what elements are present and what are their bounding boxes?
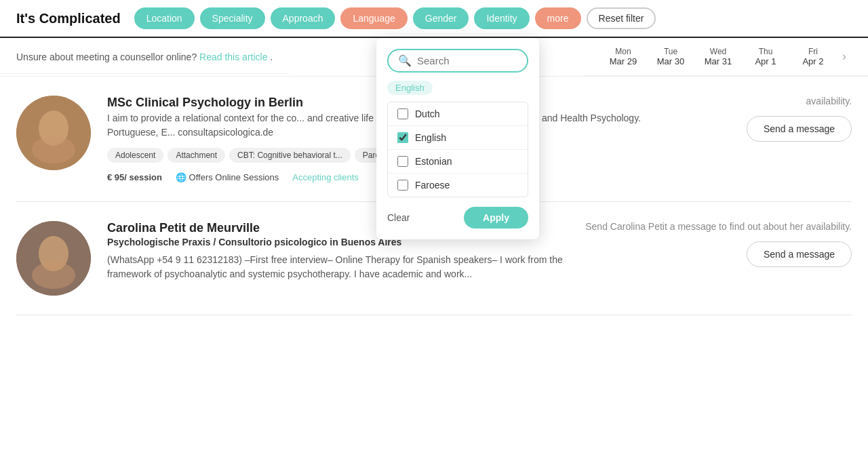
selected-tags: English (387, 81, 528, 95)
card-accepting-0: Accepting clients (292, 172, 359, 182)
tag[interactable]: Adolescent (107, 148, 163, 163)
selected-language-tag[interactable]: English (387, 81, 433, 95)
more-filter[interactable]: more (535, 7, 581, 29)
language-label-faroese: Faroese (415, 180, 450, 191)
language-list: DutchEnglishEstonianFaroese (387, 102, 528, 197)
avatar-1 (16, 221, 91, 296)
notice-suffix: . (270, 52, 273, 62)
filter-bar: LocationSpecialityApproachLanguageGender… (134, 7, 656, 29)
notice-text: Unsure about meeting a counsellor online… (16, 52, 197, 62)
identity-filter[interactable]: Identity (474, 7, 529, 29)
notice-bar: Unsure about meeting a counsellor online… (0, 41, 289, 74)
language-label-english: English (415, 132, 446, 143)
calendar-next-button[interactable]: › (837, 47, 852, 66)
calendar-day-mar-30[interactable]: TueMar 30 (647, 43, 694, 71)
search-icon: 🔍 (398, 54, 412, 67)
day-name: Thu (742, 47, 789, 56)
day-date: Mar 29 (599, 56, 647, 66)
day-date: Apr 2 (789, 56, 837, 66)
logo: It's Complicated (16, 11, 121, 26)
calendar-day-mar-31[interactable]: WedMar 31 (694, 43, 742, 71)
card-price-0: € 95/ session (107, 172, 162, 182)
reset-filter[interactable]: Reset filter (587, 7, 656, 29)
language-item-estonian[interactable]: Estonian (388, 150, 528, 174)
language-filter[interactable]: Language (340, 7, 407, 29)
language-dropdown: 🔍 English DutchEnglishEstonianFaroese Cl… (376, 38, 539, 239)
availability-text-0: availability. (806, 96, 852, 106)
language-item-faroese[interactable]: Faroese (388, 174, 528, 197)
language-label-estonian: Estonian (415, 156, 452, 167)
apply-button[interactable]: Apply (464, 207, 528, 228)
calendar-day-apr-1[interactable]: ThuApr 1 (742, 43, 789, 71)
location-filter[interactable]: Location (134, 7, 195, 29)
calendar-day-mar-29[interactable]: MonMar 29 (599, 43, 647, 71)
dropdown-search-row: 🔍 (387, 49, 528, 73)
card-actions-1: Send Carolina Petit a message to find ou… (585, 221, 852, 267)
language-checkbox-estonian[interactable] (397, 156, 408, 167)
language-label-dutch: Dutch (415, 108, 440, 119)
language-item-dutch[interactable]: Dutch (388, 102, 528, 126)
approach-filter[interactable]: Approach (271, 7, 336, 29)
send-message-button-1[interactable]: Send a message (747, 241, 852, 267)
dropdown-actions: Clear Apply (387, 207, 528, 228)
calendar-strip: MonMar 29TueMar 30WedMar 31ThuApr 1FriAp… (583, 38, 868, 76)
language-item-english[interactable]: English (388, 126, 528, 150)
availability-text-1: Send Carolina Petit a message to find ou… (585, 221, 852, 232)
day-date: Mar 31 (694, 56, 742, 66)
language-search-input[interactable] (417, 55, 517, 66)
tag[interactable]: Attachment (167, 148, 225, 163)
calendar-day-apr-2[interactable]: FriApr 2 (789, 43, 837, 71)
card-online-0: 🌐 Offers Online Sessions (176, 172, 279, 182)
day-name: Wed (694, 47, 742, 56)
language-checkbox-faroese[interactable] (397, 180, 408, 191)
day-name: Mon (599, 47, 647, 56)
day-name: Fri (789, 47, 837, 56)
language-checkbox-dutch[interactable] (397, 108, 408, 119)
svg-point-5 (32, 262, 75, 289)
avatar-0 (16, 96, 91, 170)
day-date: Apr 1 (742, 56, 789, 66)
card-actions-0: availability. Send a message (703, 96, 852, 142)
notice-link[interactable]: Read this article (199, 52, 267, 62)
day-date: Mar 30 (647, 56, 694, 66)
send-message-button-0[interactable]: Send a message (747, 116, 852, 142)
card-desc-1: (WhatsApp +54 9 11 62312183) –First free… (107, 253, 569, 281)
speciality-filter[interactable]: Speciality (200, 7, 265, 29)
header: It's Complicated LocationSpecialityAppro… (0, 0, 868, 38)
gender-filter[interactable]: Gender (413, 7, 469, 29)
day-name: Tue (647, 47, 694, 56)
language-checkbox-english[interactable] (397, 132, 408, 143)
tag[interactable]: CBT: Cognitive behavioral t... (229, 148, 351, 163)
clear-button[interactable]: Clear (387, 212, 410, 223)
svg-point-2 (32, 136, 75, 163)
